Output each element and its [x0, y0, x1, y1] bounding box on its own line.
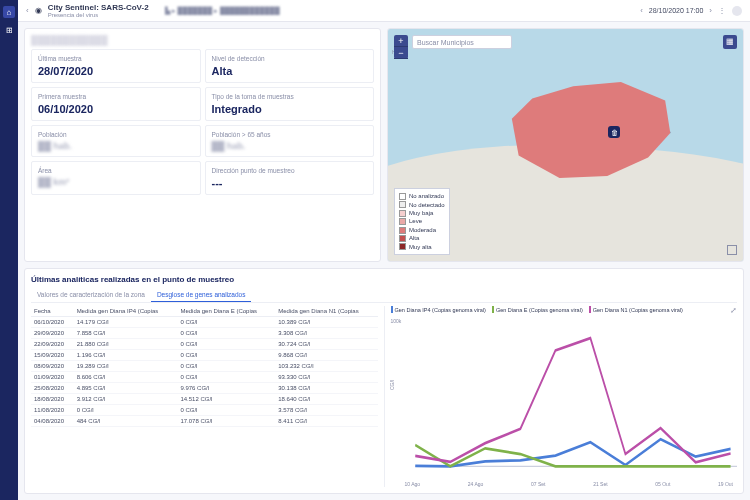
map-layers-button[interactable]: ▦ — [723, 35, 737, 49]
card-label: Última muestra — [38, 55, 194, 62]
table-row: 29/09/20207.858 CG/l0 CG/l3.308 CG/l — [31, 328, 378, 339]
map-marker[interactable]: 🗑 — [608, 126, 620, 138]
timestamp: 28/10/2020 17:00 — [649, 7, 704, 14]
info-card: Población > 65 años██ hab. — [205, 125, 375, 157]
table-cell: 06/10/2020 — [31, 317, 74, 328]
table-row: 11/08/20200 CG/l0 CG/l3.578 CG/l — [31, 405, 378, 416]
table-cell: 04/08/2020 — [31, 416, 74, 427]
table-cell: 0 CG/l — [177, 339, 275, 350]
legend-label: Muy alta — [409, 243, 432, 251]
legend-swatch — [399, 235, 406, 242]
table-cell: 3.912 CG/l — [74, 394, 178, 405]
legend-label: No detectado — [409, 201, 445, 209]
info-card: Población██ hab. — [31, 125, 201, 157]
avatar[interactable] — [732, 6, 742, 16]
chart-legend-item: Gen Diana IP4 (Copias genoma viral) — [391, 306, 486, 313]
legend-swatch — [399, 227, 406, 234]
card-label: Población — [38, 131, 194, 138]
table-cell: 15/09/2020 — [31, 350, 74, 361]
card-label: Nivel de detección — [212, 55, 368, 62]
legend-label: Leve — [409, 217, 422, 225]
card-value: Alta — [212, 65, 368, 77]
back-button[interactable]: ‹ — [26, 6, 29, 15]
table-cell: 29/09/2020 — [31, 328, 74, 339]
column-header[interactable]: Fecha — [31, 306, 74, 317]
menu-icon[interactable]: ⋮ — [718, 6, 726, 15]
table-cell: 9.868 CG/l — [275, 350, 377, 361]
time-next-button[interactable]: › — [709, 6, 712, 15]
chart-series — [415, 439, 730, 466]
table-row: 22/09/202021.880 CG/l0 CG/l30.724 CG/l — [31, 339, 378, 350]
table-cell: 9.976 CG/l — [177, 383, 275, 394]
chart-legend-item: Gen Diana N1 (Copias genoma viral) — [589, 306, 683, 313]
table-cell: 3.578 CG/l — [275, 405, 377, 416]
chart-xtick: 07 Set — [531, 481, 545, 487]
info-card: Última muestra28/07/2020 — [31, 49, 201, 83]
app-logo-icon: ◉ — [35, 6, 42, 15]
card-label: Tipo de la toma de muestras — [212, 93, 368, 100]
info-card: Tipo de la toma de muestrasIntegrado — [205, 87, 375, 121]
page-subtitle: Presencia del virus — [48, 12, 149, 18]
chart-canvas — [391, 316, 738, 480]
legend-swatch — [399, 201, 406, 208]
table-cell: 08/09/2020 — [31, 361, 74, 372]
table-row: 06/10/202014.179 CG/l0 CG/l10.389 CG/l — [31, 317, 378, 328]
legend-label: No analizado — [409, 192, 444, 200]
nav-home-icon[interactable]: ⌂ — [3, 6, 15, 18]
card-value: 06/10/2020 — [38, 103, 194, 115]
column-header[interactable]: Medida gen Diana N1 (Copias — [275, 306, 377, 317]
chart-series — [415, 338, 730, 462]
info-card: Primera muestra06/10/2020 — [31, 87, 201, 121]
table-cell: 19.289 CG/l — [74, 361, 178, 372]
map-search-input[interactable]: Buscar Municipios — [412, 35, 512, 49]
time-prev-button[interactable]: ‹ — [640, 6, 643, 15]
zoom-out-button[interactable]: − — [394, 47, 408, 59]
table-cell: 0 CG/l — [177, 361, 275, 372]
table-cell: 4.895 CG/l — [74, 383, 178, 394]
table-row: 15/09/20201.196 CG/l0 CG/l9.868 CG/l — [31, 350, 378, 361]
table-cell: 17.078 CG/l — [177, 416, 275, 427]
chart-xtick: 24 Ago — [468, 481, 484, 487]
tab[interactable]: Valores de caracterización de la zona — [31, 288, 151, 302]
expand-chart-button[interactable]: ⤢ — [730, 306, 737, 315]
table-row: 25/08/20204.895 CG/l9.976 CG/l30.138 CG/… — [31, 383, 378, 394]
table-cell: 1.196 CG/l — [74, 350, 178, 361]
table-cell: 93.330 CG/l — [275, 372, 377, 383]
legend-row: Muy alta — [399, 243, 445, 251]
card-value: Integrado — [212, 103, 368, 115]
table-cell: 21.880 CG/l — [74, 339, 178, 350]
zoom-in-button[interactable]: + — [394, 35, 408, 47]
card-label: Dirección punto de muestreo — [212, 167, 368, 174]
fullscreen-button[interactable] — [727, 245, 737, 255]
legend-swatch — [399, 243, 406, 250]
chart-legend-item: Gen Diana E (Copias genoma viral) — [492, 306, 583, 313]
analytics-title: Últimas analíticas realizadas en el punt… — [31, 275, 737, 284]
zoom-control: + − — [394, 35, 408, 59]
table-row: 04/08/2020484 CG/l17.078 CG/l8.411 CG/l — [31, 416, 378, 427]
analytics-panel: Últimas analíticas realizadas en el punt… — [24, 268, 744, 494]
legend-row: No analizado — [399, 192, 445, 200]
nav-grid-icon[interactable]: ⊞ — [3, 24, 15, 36]
legend-swatch — [399, 218, 406, 225]
analytics-tabs: Valores de caracterización de la zonaDes… — [31, 288, 737, 303]
map-panel: 🗑 HELA + − Buscar Municipios ▦ No analiz… — [387, 28, 744, 262]
card-value: 28/07/2020 — [38, 65, 194, 77]
chart-xtick: 10 Ago — [405, 481, 421, 487]
legend-label: Alta — [409, 234, 419, 242]
top-bar: ‹ ◉ City Sentinel: SARS-CoV-2 Presencia … — [18, 0, 750, 22]
column-header[interactable]: Medida gen Diana E (Copias — [177, 306, 275, 317]
info-card: Nivel de detecciónAlta — [205, 49, 375, 83]
table-cell: 8.606 CG/l — [74, 372, 178, 383]
table-cell: 01/09/2020 — [31, 372, 74, 383]
card-value: --- — [212, 177, 368, 189]
page-title: City Sentinel: SARS-CoV-2 — [48, 4, 149, 12]
breadcrumb[interactable]: ▙ ▸ ███████ ▸ ████████████ — [165, 7, 280, 15]
column-header[interactable]: Medida gen Diana IP4 (Copias — [74, 306, 178, 317]
table-row: 08/09/202019.289 CG/l0 CG/l103.232 CG/l — [31, 361, 378, 372]
chart-xtick: 05 Out — [655, 481, 670, 487]
chart-xtick: 21 Set — [593, 481, 607, 487]
tab[interactable]: Desglose de genes analizados — [151, 288, 252, 302]
table-cell: 14.179 CG/l — [74, 317, 178, 328]
table-cell: 30.724 CG/l — [275, 339, 377, 350]
legend-label: Moderada — [409, 226, 436, 234]
